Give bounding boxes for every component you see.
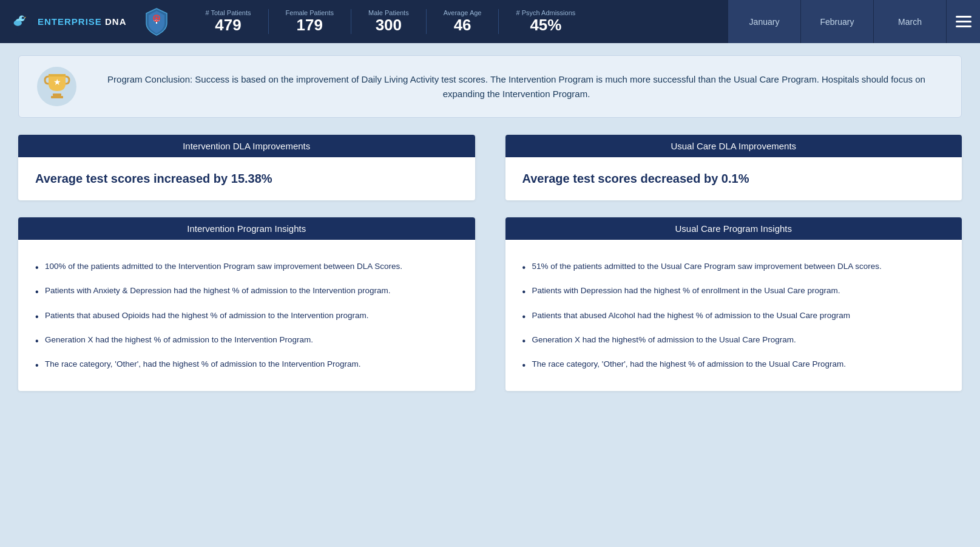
usual-care-insight-2: Patients with Depression had the highest…: [522, 279, 945, 303]
brand-logo-icon: [10, 10, 33, 33]
nav-tabs: January February March: [728, 0, 980, 43]
conclusion-text: Program Conclusion: Success is based on …: [90, 72, 943, 101]
hamburger-line-3: [956, 25, 972, 27]
hamburger-menu[interactable]: [947, 0, 980, 43]
intervention-insight-5: The race category, 'Other', had the high…: [35, 352, 458, 376]
usual-care-dla-header: Usual Care DLA Improvements: [505, 135, 962, 157]
tab-january[interactable]: January: [728, 0, 801, 43]
usual-care-insights-body: 51% of the patients admitted to the Usua…: [505, 240, 962, 391]
cards-grid: Intervention DLA Improvements Average te…: [18, 135, 962, 391]
intervention-dla-body: Average test scores increased by 15.38%: [18, 157, 475, 200]
intervention-insights-list: 100% of the patients admitted to the Int…: [35, 254, 458, 376]
conclusion-banner: ★ Program Conclusion: Success is based o…: [18, 55, 962, 118]
stats-bar: # Total Patients 479 Female Patients 179…: [177, 0, 728, 43]
stat-female-patients: Female Patients 179: [269, 9, 351, 34]
intervention-dla-card: Intervention DLA Improvements Average te…: [18, 135, 475, 200]
usual-care-dla-card: Usual Care DLA Improvements Average test…: [505, 135, 962, 200]
main-content: ★ Program Conclusion: Success is based o…: [0, 43, 980, 403]
usual-care-insight-5: The race category, 'Other', had the high…: [522, 352, 945, 376]
header: ENTERPRISE DNA + ✚ # Total Patients 479 …: [0, 0, 980, 43]
intervention-insight-2: Patients with Anxiety & Depression had t…: [35, 279, 458, 303]
intervention-dla-header: Intervention DLA Improvements: [18, 135, 475, 157]
intervention-insight-3: Patients that abused Opioids had the hig…: [35, 304, 458, 328]
usual-care-dla-score: Average test scores decreased by 0.1%: [522, 172, 945, 186]
brand-name: ENTERPRISE DNA: [38, 16, 127, 27]
brand: ENTERPRISE DNA: [0, 0, 137, 43]
svg-text:✚: ✚: [154, 15, 159, 22]
trophy-icon: ★: [37, 67, 76, 106]
shield-icon: + ✚: [144, 7, 169, 36]
intervention-insights-header: Intervention Program Insights: [18, 217, 475, 240]
tab-february[interactable]: February: [801, 0, 874, 43]
stat-average-age: Average Age 46: [427, 9, 499, 34]
usual-care-insight-3: Patients that abused Alcohol had the hig…: [522, 304, 945, 328]
stat-male-patients: Male Patients 300: [351, 9, 427, 34]
svg-rect-8: [53, 93, 61, 96]
usual-care-insights-card: Usual Care Program Insights 51% of the p…: [505, 217, 962, 391]
stat-psych-admissions: # Psych Admissions 45%: [499, 9, 592, 34]
hamburger-line-2: [956, 21, 972, 22]
svg-point-3: [22, 16, 24, 19]
svg-rect-9: [51, 96, 63, 98]
intervention-insight-1: 100% of the patients admitted to the Int…: [35, 254, 458, 279]
svg-text:★: ★: [53, 77, 61, 87]
usual-care-dla-body: Average test scores decreased by 0.1%: [505, 157, 962, 200]
intervention-dla-score: Average test scores increased by 15.38%: [35, 172, 458, 186]
intervention-insights-card: Intervention Program Insights 100% of th…: [18, 217, 475, 391]
stat-total-patients: # Total Patients 479: [189, 9, 269, 34]
usual-care-insight-4: Generation X had the highest% of admissi…: [522, 328, 945, 352]
intervention-insight-4: Generation X had the highest % of admiss…: [35, 328, 458, 352]
usual-care-insights-list: 51% of the patients admitted to the Usua…: [522, 254, 945, 376]
shield-area: + ✚: [137, 0, 177, 43]
usual-care-insights-header: Usual Care Program Insights: [505, 217, 962, 240]
usual-care-insight-1: 51% of the patients admitted to the Usua…: [522, 254, 945, 279]
intervention-insights-body: 100% of the patients admitted to the Int…: [18, 240, 475, 391]
hamburger-line-1: [956, 16, 972, 18]
tab-march[interactable]: March: [874, 0, 947, 43]
